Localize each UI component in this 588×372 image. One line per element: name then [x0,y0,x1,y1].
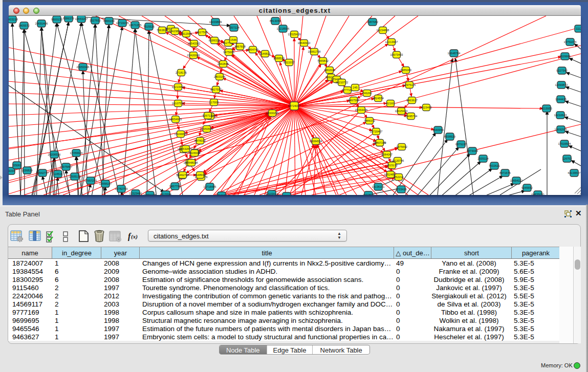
svg-text:18724007: 18724007 [288,104,301,107]
svg-text:6475255: 6475255 [281,194,292,195]
svg-text:16648784: 16648784 [448,52,461,55]
svg-text:6879197: 6879197 [455,143,467,146]
svg-text:16210643: 16210643 [554,114,567,117]
svg-text:117006: 117006 [209,101,219,104]
svg-text:15720407: 15720407 [370,130,383,133]
svg-text:12213967: 12213967 [385,40,398,43]
svg-text:8454749: 8454749 [247,48,258,51]
svg-text:8912954: 8912954 [181,32,192,35]
svg-text:6466160: 6466160 [103,19,115,23]
svg-text:8186328: 8186328 [209,39,220,42]
svg-text:12975115: 12975115 [403,83,416,86]
svg-text:18807249: 18807249 [374,141,386,144]
svg-text:10719155: 10719155 [116,21,129,25]
svg-text:2342845: 2342845 [217,62,229,65]
svg-text:(x): (x) [131,233,138,240]
svg-text:114519: 114519 [53,172,62,176]
svg-text:1112: 1112 [576,27,581,30]
svg-text:02654235: 02654235 [144,193,157,195]
svg-text:8878332: 8878332 [194,139,206,142]
svg-text:1362615: 1362615 [324,69,335,72]
svg-text:17957255: 17957255 [84,179,97,182]
svg-text:8148932: 8148932 [194,173,206,177]
svg-text:245: 245 [353,86,357,89]
svg-text:15716485: 15716485 [204,185,216,188]
svg-text:1733426: 1733426 [396,188,407,191]
svg-text:252214: 252214 [394,176,404,179]
svg-text:10653267: 10653267 [75,17,88,20]
svg-text:22420046: 22420046 [187,54,200,57]
svg-text:19384554: 19384554 [310,140,322,143]
svg-text:13325419: 13325419 [288,33,301,36]
svg-text:8938929: 8938929 [444,135,455,138]
svg-text:2718176: 2718176 [176,71,187,74]
svg-text:8427552: 8427552 [210,88,222,91]
svg-text:9463627: 9463627 [406,99,418,102]
svg-text:1156829: 1156829 [21,169,32,172]
svg-text:3475685: 3475685 [223,51,234,54]
svg-text:16782759: 16782759 [115,187,128,190]
svg-text:10973493: 10973493 [390,53,403,56]
svg-text:64139537: 64139537 [568,171,581,174]
svg-text:10654112: 10654112 [510,179,522,182]
svg-text:9474444: 9474444 [467,149,478,152]
svg-text:746266: 746266 [362,92,372,95]
svg-text:20206536: 20206536 [48,153,61,156]
svg-text:6497568: 6497568 [348,99,359,102]
svg-text:12353594: 12353594 [201,127,213,130]
svg-text:15692971: 15692971 [555,128,568,131]
svg-text:7886372: 7886372 [364,119,375,122]
svg-text:1640954: 1640954 [432,128,444,132]
svg-text:7955812: 7955812 [317,59,329,62]
svg-text:17359924: 17359924 [70,151,83,155]
svg-text:8215955: 8215955 [541,107,552,110]
svg-text:15751074: 15751074 [564,40,577,43]
svg-text:8322037: 8322037 [284,61,295,64]
svg-text:9115460: 9115460 [421,106,431,109]
svg-text:9457791: 9457791 [169,185,181,188]
svg-text:1815132: 1815132 [386,164,398,167]
svg-text:64835030: 64835030 [532,193,545,195]
svg-text:19166825: 19166825 [175,133,187,136]
svg-text:16107552: 16107552 [172,102,185,105]
svg-text:10958107: 10958107 [99,182,112,185]
svg-text:9146821: 9146821 [259,52,271,55]
svg-text:335061: 335061 [12,164,22,167]
svg-text:97848018: 97848018 [185,161,198,164]
svg-text:16671355: 16671355 [129,24,142,27]
svg-text:12093872: 12093872 [555,83,568,86]
svg-text:51462704: 51462704 [177,173,189,177]
svg-text:2803144: 2803144 [214,75,225,78]
svg-text:16033809: 16033809 [209,20,222,24]
svg-text:39154: 39154 [9,169,15,172]
svg-text:9245652: 9245652 [521,186,533,189]
svg-text:9600133: 9600133 [51,18,62,21]
svg-text:20691406: 20691406 [35,22,48,25]
svg-text:7632621: 7632621 [489,164,500,167]
svg-text:16154808: 16154808 [377,29,389,32]
svg-text:8386379: 8386379 [63,17,74,20]
svg-text:2935114: 2935114 [477,157,488,160]
svg-text:3824554: 3824554 [373,97,384,100]
svg-text:20053346: 20053346 [77,65,90,69]
svg-text:2087682: 2087682 [367,20,378,24]
svg-text:7816184: 7816184 [216,194,227,195]
svg-text:1244415: 1244415 [555,98,567,101]
svg-text:1226916: 1226916 [189,151,200,155]
svg-text:3267110: 3267110 [202,114,213,117]
svg-text:7485063: 7485063 [400,69,411,72]
svg-text:20364436: 20364436 [355,108,368,112]
svg-text:23975867: 23975867 [60,165,73,168]
svg-text:62160: 62160 [386,102,395,105]
svg-text:126753: 126753 [562,157,572,160]
svg-text:18300295: 18300295 [266,112,279,115]
svg-text:2867608: 2867608 [234,45,246,48]
svg-text:17916504: 17916504 [558,142,571,145]
svg-text:13495794: 13495794 [405,115,418,118]
svg-text:10025433: 10025433 [395,110,408,113]
svg-text:18654925: 18654925 [169,118,182,121]
svg-text:8471676: 8471676 [499,171,511,174]
svg-text:12213369: 12213369 [172,85,185,89]
svg-text:12505135: 12505135 [69,175,81,178]
svg-text:14136141: 14136141 [372,185,385,188]
